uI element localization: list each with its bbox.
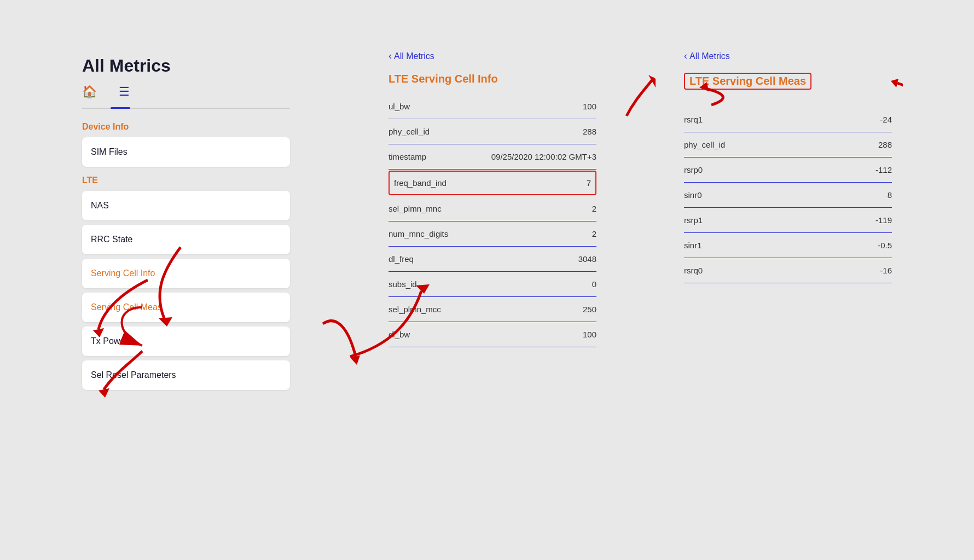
back-button-screen3[interactable]: ‹ All Metrics — [684, 50, 892, 62]
table-row: phy_cell_id 288 — [684, 132, 892, 158]
table-row: subs_id 0 — [389, 272, 596, 297]
tab-underline — [111, 107, 130, 109]
svg-marker-8 — [891, 79, 898, 88]
table-row: rsrp1 -119 — [684, 208, 892, 233]
table-row: timestamp 09/25/2020 12:00:02 GMT+3 — [389, 144, 596, 170]
page-title: All Metrics — [82, 56, 290, 76]
tab-list[interactable]: ☰ — [119, 85, 130, 103]
table-row: num_mnc_digits 2 — [389, 221, 596, 247]
table-row: rsrq0 -16 — [684, 258, 892, 283]
chevron-icon: ‹ — [389, 50, 392, 62]
section-device-info: Device Info — [82, 122, 290, 132]
screen2-title: LTE Serving Cell Info — [389, 73, 596, 85]
table-row: rsrp0 -112 — [684, 158, 892, 183]
section-lte: LTE — [82, 176, 290, 185]
svg-marker-6 — [350, 355, 360, 365]
table-row: sel_plmn_mcc 250 — [389, 297, 596, 322]
screen-all-metrics: All Metrics 🏠 ☰ Device Info SIM Files LT… — [71, 39, 301, 521]
table-row: dl_freq 3048 — [389, 247, 596, 272]
table-row: dl_bw 100 — [389, 322, 596, 347]
table-row: rsrq1 -24 — [684, 107, 892, 132]
chevron-icon: ‹ — [684, 50, 687, 62]
menu-item-tx-power[interactable]: Tx Power — [82, 326, 290, 356]
tab-home[interactable]: 🏠 — [82, 85, 97, 103]
menu-item-serving-cell-meas[interactable]: Serving Cell Meas — [82, 293, 290, 322]
menu-item-sel-resel[interactable]: Sel Resel Parameters — [82, 360, 290, 390]
menu-item-sim-files[interactable]: SIM Files — [82, 137, 290, 167]
menu-item-rrc-state[interactable]: RRC State — [82, 225, 290, 254]
table-row: sel_plmn_mnc 2 — [389, 196, 596, 221]
screen-serving-cell-meas: ‹ All Metrics LTE Serving Cell Meas rsrq… — [673, 39, 903, 521]
table-row: ul_bw 100 — [389, 94, 596, 119]
screen-serving-cell-info: ‹ All Metrics LTE Serving Cell Info ul_b… — [378, 39, 607, 521]
table-row-highlighted: freq_band_ind 7 — [389, 171, 596, 195]
menu-item-nas[interactable]: NAS — [82, 191, 290, 220]
back-button-screen2[interactable]: ‹ All Metrics — [389, 50, 596, 62]
table-row: sinr0 8 — [684, 183, 892, 208]
tab-bar: 🏠 ☰ — [82, 85, 290, 109]
table-row: sinr1 -0.5 — [684, 233, 892, 258]
table-row: phy_cell_id 288 — [389, 119, 596, 144]
menu-item-serving-cell-info[interactable]: Serving Cell Info — [82, 259, 290, 288]
screen3-title: LTE Serving Cell Meas — [684, 73, 811, 90]
